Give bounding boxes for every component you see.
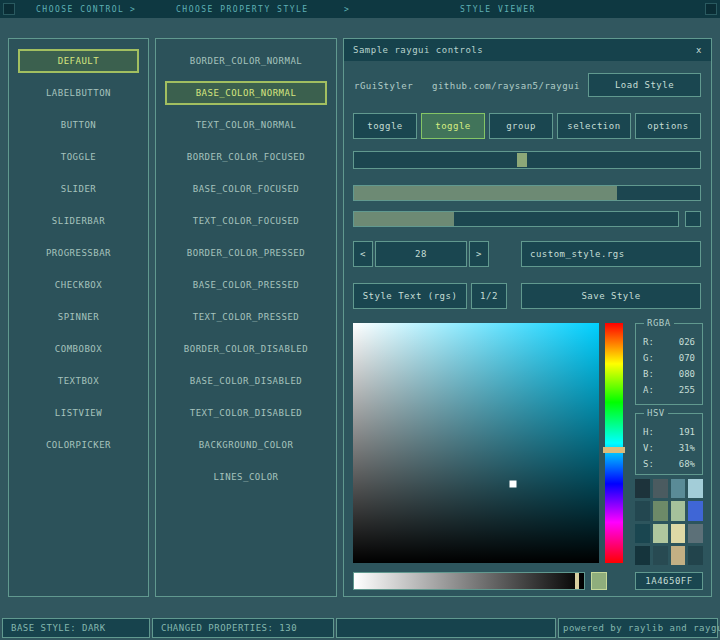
- control-item-labelbutton[interactable]: LABELBUTTON: [18, 77, 139, 109]
- hsv-panel-title: HSV: [644, 408, 668, 418]
- control-item-combobox[interactable]: COMBOBOX: [18, 333, 139, 365]
- property-item-label: BASE_COLOR_NORMAL: [196, 88, 297, 98]
- palette-swatch[interactable]: [671, 479, 686, 498]
- hsv-label-s: S:: [643, 456, 654, 472]
- palette-swatch[interactable]: [688, 501, 703, 520]
- palette-swatch[interactable]: [653, 546, 668, 565]
- rgba-value-r: 026: [679, 334, 695, 350]
- spinner-value[interactable]: 28: [375, 241, 467, 267]
- toggle-button-selection[interactable]: selection: [557, 113, 631, 139]
- palette-swatch[interactable]: [653, 479, 668, 498]
- progress-bar[interactable]: [353, 185, 701, 201]
- menu-choose-control[interactable]: CHOOSE CONTROL: [36, 5, 124, 14]
- window-titlebar[interactable]: Sample raygui controls x: [344, 39, 711, 61]
- status-powered-by: powered by raylib and raygui: [558, 618, 718, 638]
- hue-bar[interactable]: [605, 323, 623, 563]
- control-item-label: SLIDER: [61, 184, 97, 194]
- toggle-button-options[interactable]: options: [635, 113, 701, 139]
- repo-link[interactable]: github.com/raysan5/raygui: [432, 81, 580, 91]
- control-item-listview[interactable]: LISTVIEW: [18, 397, 139, 429]
- control-item-colorpicker[interactable]: COLORPICKER: [18, 429, 139, 461]
- slider-bar-fill: [354, 212, 454, 226]
- grayscale-bar[interactable]: [353, 572, 585, 590]
- palette-swatch[interactable]: [671, 546, 686, 565]
- hex-color-input[interactable]: 1A4650FF: [635, 572, 703, 590]
- filename-input[interactable]: custom_style.rgs: [521, 241, 701, 267]
- property-item-text-color-disabled[interactable]: TEXT_COLOR_DISABLED: [165, 397, 327, 429]
- control-item-button[interactable]: BUTTON: [18, 109, 139, 141]
- properties-list: BORDER_COLOR_NORMAL BASE_COLOR_NORMAL TE…: [156, 39, 336, 493]
- palette-swatch[interactable]: [688, 524, 703, 543]
- close-icon[interactable]: x: [696, 45, 702, 55]
- property-item-label: BASE_COLOR_PRESSED: [193, 280, 300, 290]
- pager-box[interactable]: 1/2: [471, 283, 507, 309]
- property-item-border-color-disabled[interactable]: BORDER_COLOR_DISABLED: [165, 333, 327, 365]
- control-item-sliderbar[interactable]: SLIDERBAR: [18, 205, 139, 237]
- property-item-border-color-normal[interactable]: BORDER_COLOR_NORMAL: [165, 45, 327, 77]
- color-sample-box[interactable]: [591, 572, 607, 590]
- property-item-label: LINES_COLOR: [213, 472, 278, 482]
- property-item-label: BASE_COLOR_DISABLED: [190, 376, 302, 386]
- toggle-button-group[interactable]: group: [489, 113, 553, 139]
- color-picker-gradient[interactable]: [353, 323, 599, 563]
- palette-swatch[interactable]: [671, 501, 686, 520]
- slider-bar-side-box[interactable]: [685, 211, 701, 227]
- rgba-label-a: A:: [643, 382, 654, 398]
- property-item-text-color-focused[interactable]: TEXT_COLOR_FOCUSED: [165, 205, 327, 237]
- palette-swatch[interactable]: [635, 546, 650, 565]
- control-item-spinner[interactable]: SPINNER: [18, 301, 139, 333]
- property-item-base-color-focused[interactable]: BASE_COLOR_FOCUSED: [165, 173, 327, 205]
- property-item-background-color[interactable]: BACKGROUND_COLOR: [165, 429, 327, 461]
- palette-swatch[interactable]: [635, 501, 650, 520]
- control-item-checkbox[interactable]: CHECKBOX: [18, 269, 139, 301]
- slider-handle[interactable]: [517, 153, 527, 167]
- toggle-button-2-active[interactable]: toggle: [421, 113, 485, 139]
- palette-swatch[interactable]: [688, 479, 703, 498]
- property-item-lines-color[interactable]: LINES_COLOR: [165, 461, 327, 493]
- hsv-label-h: H:: [643, 424, 654, 440]
- spinner-increment-button[interactable]: >: [469, 241, 489, 267]
- palette-swatch[interactable]: [653, 524, 668, 543]
- color-picker-cursor: [509, 480, 516, 487]
- rgba-value-b: 080: [679, 366, 695, 382]
- rgba-value-g: 070: [679, 350, 695, 366]
- property-item-base-color-pressed[interactable]: BASE_COLOR_PRESSED: [165, 269, 327, 301]
- control-item-toggle[interactable]: TOGGLE: [18, 141, 139, 173]
- palette-swatch[interactable]: [635, 524, 650, 543]
- style-text-button[interactable]: Style Text (rgs): [353, 283, 467, 309]
- hue-handle[interactable]: [603, 447, 625, 453]
- control-item-slider[interactable]: SLIDER: [18, 173, 139, 205]
- palette-swatch[interactable]: [671, 524, 686, 543]
- control-item-textbox[interactable]: TEXTBOX: [18, 365, 139, 397]
- slider[interactable]: [353, 151, 701, 169]
- control-item-label: BUTTON: [61, 120, 97, 130]
- control-item-default[interactable]: DEFAULT: [18, 49, 139, 73]
- property-item-border-color-focused[interactable]: BORDER_COLOR_FOCUSED: [165, 141, 327, 173]
- palette-swatch[interactable]: [635, 479, 650, 498]
- rgba-row-b: B:080: [636, 366, 702, 382]
- save-style-button[interactable]: Save Style: [521, 283, 701, 309]
- grayscale-handle[interactable]: [575, 573, 579, 589]
- load-style-button[interactable]: Load Style: [588, 73, 701, 97]
- top-menu-bar: CHOOSE CONTROL > CHOOSE PROPERTY STYLE >…: [0, 0, 720, 18]
- control-item-progressbar[interactable]: PROGRESSBAR: [18, 237, 139, 269]
- breadcrumb-separator: >: [130, 5, 136, 14]
- property-item-base-color-disabled[interactable]: BASE_COLOR_DISABLED: [165, 365, 327, 397]
- control-item-label: COLORPICKER: [46, 440, 111, 450]
- menu-choose-property-style[interactable]: CHOOSE PROPERTY STYLE: [176, 5, 309, 14]
- palette-swatch[interactable]: [688, 546, 703, 565]
- property-item-label: BORDER_COLOR_DISABLED: [184, 344, 308, 354]
- spinner-decrement-button[interactable]: <: [353, 241, 373, 267]
- hsv-panel: HSV H:191 V:31% S:68%: [635, 413, 703, 475]
- palette-swatch[interactable]: [653, 501, 668, 520]
- property-item-border-color-pressed[interactable]: BORDER_COLOR_PRESSED: [165, 237, 327, 269]
- hsv-value-h: 191: [679, 424, 695, 440]
- property-item-base-color-normal[interactable]: BASE_COLOR_NORMAL: [165, 81, 327, 105]
- hsv-value-v: 31%: [679, 440, 695, 456]
- property-item-text-color-normal[interactable]: TEXT_COLOR_NORMAL: [165, 109, 327, 141]
- hsv-label-v: V:: [643, 440, 654, 456]
- toggle-button-1[interactable]: toggle: [353, 113, 417, 139]
- menu-style-viewer[interactable]: STYLE VIEWER: [460, 5, 536, 14]
- property-item-text-color-pressed[interactable]: TEXT_COLOR_PRESSED: [165, 301, 327, 333]
- slider-bar[interactable]: [353, 211, 679, 227]
